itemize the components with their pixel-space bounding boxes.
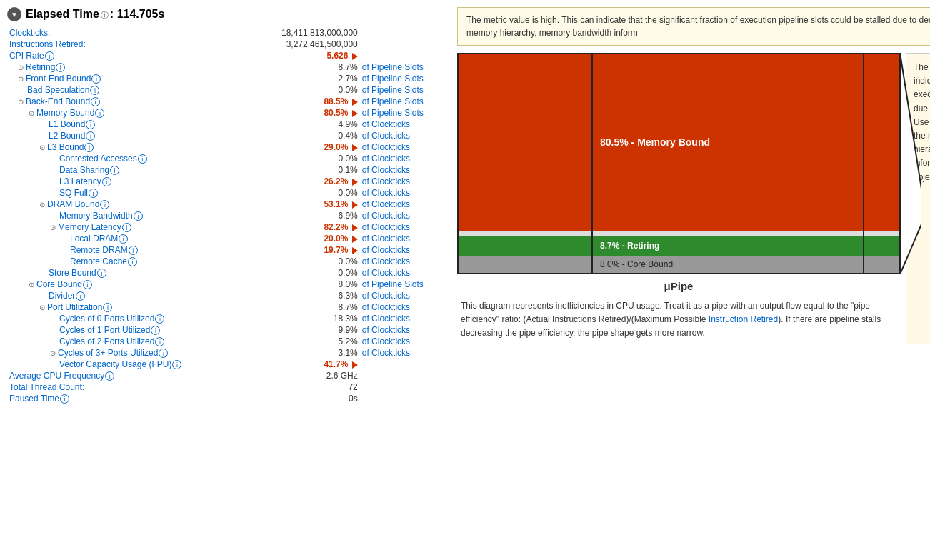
metric-label[interactable]: Clockticks: [7, 27, 249, 39]
info-icon[interactable]: i [56, 63, 65, 72]
metric-label[interactable]: ⊙Store Boundi [7, 267, 249, 279]
metric-label[interactable]: ⊙Memory Boundi [7, 107, 249, 119]
metric-unit: of Clockticks [360, 221, 450, 233]
metric-label[interactable]: ⊙Data Sharingi [7, 164, 249, 176]
metric-label[interactable]: ⊙Vector Capacity Usage (FPU)i [7, 359, 249, 370]
metric-unit [360, 381, 450, 393]
info-icon[interactable]: i [159, 349, 168, 358]
info-icon[interactable]: i [91, 97, 100, 106]
info-icon[interactable]: i [105, 371, 114, 381]
info-icon[interactable]: i [86, 131, 95, 141]
metric-label[interactable]: Total Thread Count: [7, 381, 249, 393]
info-icon[interactable]: i [84, 143, 94, 152]
metric-value: 19.7% [249, 244, 360, 256]
metric-label[interactable]: Paused Timei [7, 393, 249, 404]
metric-label[interactable]: ⊙Memory Bandwidthi [7, 210, 249, 221]
info-icon[interactable]: i [86, 120, 95, 129]
info-icon[interactable]: i [122, 223, 131, 232]
metric-label[interactable]: ⊙Divideri [7, 290, 249, 301]
metric-label[interactable]: ⊙Port Utilizationi [7, 301, 249, 313]
metric-label[interactable]: CPI Ratei [7, 50, 249, 61]
info-icon[interactable]: i [89, 189, 98, 198]
expand-icon[interactable]: ⊙ [18, 75, 24, 83]
metric-label[interactable]: ⊙Core Boundi [7, 279, 249, 290]
info-icon[interactable]: i [151, 326, 160, 335]
metric-label[interactable]: ⊙DRAM Boundi [7, 199, 249, 210]
metric-value: 5.2% [249, 336, 360, 347]
info-icon[interactable]: i [119, 234, 128, 244]
metric-row: ⊙Memory Boundi80.5% of Pipeline Slots [7, 107, 450, 119]
metric-label[interactable]: ⊙Remote DRAMi [7, 244, 249, 256]
seg-retiring-col3 [864, 236, 899, 256]
metric-unit: of Pipeline Slots [360, 279, 450, 290]
metric-value: 2.6 GHz [249, 370, 360, 381]
metric-label[interactable]: ⊙Front-End Boundi [7, 73, 249, 84]
metric-row: ⊙L3 Boundi29.0% of Clockticks [7, 141, 450, 153]
metric-label[interactable]: ⊙L3 Latencyi [7, 176, 249, 187]
instruction-retired-link[interactable]: Instruction Retired [709, 314, 778, 324]
info-icon[interactable]: i [60, 394, 69, 404]
expand-icon[interactable]: ⊙ [39, 201, 45, 209]
metric-label[interactable]: ⊙L1 Boundi [7, 119, 249, 130]
metric-unit: of Clockticks [360, 267, 450, 279]
info-icon[interactable]: i [155, 337, 164, 346]
metric-unit [360, 370, 450, 381]
metric-value: 72 [249, 381, 360, 393]
metric-label[interactable]: ⊙SQ Fulli [7, 187, 249, 199]
metric-label[interactable]: ⊙Cycles of 1 Port Utilizedi [7, 324, 249, 336]
info-icon[interactable]: i [97, 269, 106, 278]
info-icon[interactable]: i [76, 291, 85, 301]
seg-memory-col2: 80.5% - Memory Bound [593, 54, 863, 231]
info-icon[interactable]: i [45, 51, 54, 61]
info-icon[interactable]: i [128, 257, 137, 266]
info-icon[interactable]: i [91, 74, 101, 84]
info-icon[interactable]: i [83, 280, 92, 289]
metric-row: ⊙Front-End Boundi2.7%of Pipeline Slots [7, 73, 450, 84]
collapse-icon[interactable]: ▼ [7, 7, 21, 21]
expand-icon[interactable]: ⊙ [18, 64, 24, 71]
info-icon[interactable]: i [172, 360, 181, 369]
metric-label[interactable]: ⊙Bad Speculationi [7, 84, 249, 96]
metric-label[interactable]: ⊙Contested Accessesi [7, 153, 249, 164]
expand-icon[interactable]: ⊙ [18, 98, 24, 106]
metric-unit: of Clockticks [360, 256, 450, 267]
metric-label[interactable]: ⊙Back-End Boundi [7, 96, 249, 107]
metric-label[interactable]: ⊙Cycles of 2 Ports Utilizedi [7, 336, 249, 347]
metric-label[interactable]: ⊙Remote Cachei [7, 256, 249, 267]
seg-retiring-col2: 8.7% - Retiring [593, 236, 863, 256]
metric-label[interactable]: ⊙L2 Boundi [7, 130, 249, 141]
info-icon[interactable]: i [134, 211, 143, 221]
expand-icon[interactable]: ⊙ [50, 224, 56, 231]
info-icon[interactable]: i [100, 200, 109, 209]
info-icon[interactable]: i [138, 154, 147, 164]
metric-row: ⊙Memory Latencyi82.2% of Clockticks [7, 221, 450, 233]
expand-icon[interactable]: ⊙ [29, 281, 34, 289]
metric-label[interactable]: ⊙Cycles of 3+ Ports Utilizedi [7, 347, 249, 359]
metric-value: 9.9% [249, 324, 360, 336]
info-icon[interactable]: i [102, 177, 111, 186]
expand-icon[interactable]: ⊙ [29, 109, 34, 117]
left-panel: ▼ Elapsed Timeⓘ: 114.705s Clockticks:18,… [7, 7, 450, 553]
expand-icon[interactable]: ⊙ [39, 304, 45, 311]
info-icon[interactable]: i [103, 303, 112, 312]
info-icon[interactable]: i [95, 109, 104, 118]
metric-value: 82.2% [249, 221, 360, 233]
metric-label[interactable]: ⊙Retiringi [7, 61, 249, 73]
info-icon[interactable]: i [90, 86, 99, 95]
metric-label[interactable]: ⊙Local DRAMi [7, 233, 249, 244]
expand-icon[interactable]: ⊙ [50, 349, 56, 357]
info-icon[interactable]: i [155, 314, 164, 324]
chart-col-1 [457, 53, 593, 274]
metric-label[interactable]: ⊙L3 Boundi [7, 141, 249, 153]
metric-value: 3.1% [249, 347, 360, 359]
metric-unit: of Clockticks [360, 176, 450, 187]
metric-label[interactable]: ⊙Cycles of 0 Ports Utilizedi [7, 313, 249, 324]
metric-label[interactable]: ⊙Memory Latencyi [7, 221, 249, 233]
metric-label[interactable]: Instructions Retired: [7, 39, 249, 50]
metric-unit: of Clockticks [360, 347, 450, 359]
info-icon[interactable]: i [129, 246, 138, 255]
info-icon[interactable]: i [110, 166, 119, 175]
expand-icon[interactable]: ⊙ [39, 144, 45, 151]
info-icon[interactable]: ⓘ [101, 11, 109, 19]
metric-label[interactable]: Average CPU Frequencyi [7, 370, 249, 381]
